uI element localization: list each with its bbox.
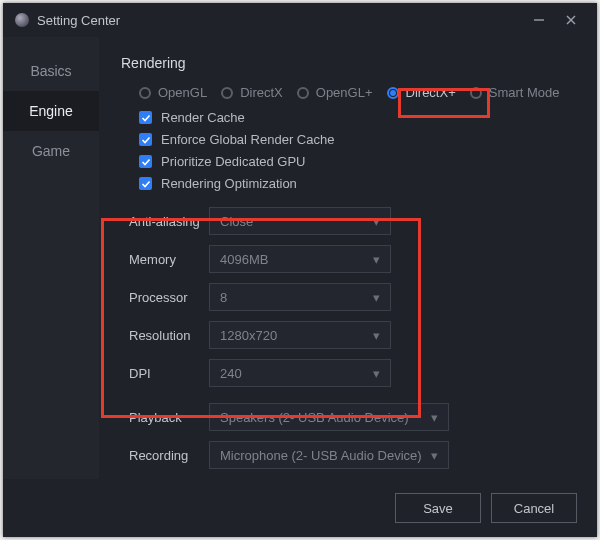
minimize-button[interactable] [523,8,555,32]
checkbox-enforce-global-render-cache[interactable]: Enforce Global Render Cache [139,132,575,147]
save-button[interactable]: Save [395,493,481,523]
settings-window: Setting Center Basics Engine Game Render… [3,3,597,537]
label-processor: Processor [129,290,209,305]
sidebar-item-label: Basics [30,63,71,79]
chevron-down-icon: ▾ [373,290,380,305]
checkbox-icon [139,155,152,168]
dropdown-anti-aliasing[interactable]: Close ▾ [209,207,391,235]
radio-opengl-plus[interactable]: OpenGL+ [297,85,387,100]
radio-label: OpenGL [158,85,207,100]
radio-icon [470,87,482,99]
radio-label: DirectX [240,85,283,100]
radio-label: DirectX+ [406,85,456,100]
dropdown-value: 4096MB [220,252,268,267]
radio-label: Smart Mode [489,85,560,100]
chevron-down-icon: ▾ [431,410,438,425]
radio-icon [221,87,233,99]
dropdown-value: Speakers (2- USB Audio Device) [220,410,409,425]
cancel-button[interactable]: Cancel [491,493,577,523]
button-label: Cancel [514,501,554,516]
dropdown-value: Microphone (2- USB Audio Device) [220,448,422,463]
radio-icon [139,87,151,99]
checkbox-label: Rendering Optimization [161,176,297,191]
sidebar-item-label: Game [32,143,70,159]
checkbox-label: Enforce Global Render Cache [161,132,334,147]
section-title-rendering: Rendering [121,55,575,71]
dropdown-memory[interactable]: 4096MB ▾ [209,245,391,273]
label-playback: Playback [129,410,209,425]
radio-label: OpenGL+ [316,85,373,100]
label-resolution: Resolution [129,328,209,343]
label-dpi: DPI [129,366,209,381]
sidebar: Basics Engine Game [3,37,99,479]
window-title: Setting Center [37,13,120,28]
radio-icon [297,87,309,99]
render-backend-radio-group: OpenGL DirectX OpenGL+ DirectX+ Smart Mo… [139,85,575,100]
close-button[interactable] [555,8,587,32]
main-panel: Rendering OpenGL DirectX OpenGL+ DirectX… [99,37,597,479]
dropdown-playback[interactable]: Speakers (2- USB Audio Device) ▾ [209,403,449,431]
sidebar-item-label: Engine [29,103,73,119]
checkbox-icon [139,133,152,146]
chevron-down-icon: ▾ [373,252,380,267]
radio-directx-plus[interactable]: DirectX+ [387,85,470,100]
titlebar: Setting Center [3,3,597,37]
chevron-down-icon: ▾ [373,214,380,229]
button-label: Save [423,501,453,516]
label-recording: Recording [129,448,209,463]
sidebar-item-engine[interactable]: Engine [3,91,99,131]
label-memory: Memory [129,252,209,267]
checkbox-icon [139,111,152,124]
dropdown-value: Close [220,214,253,229]
checkbox-prioritize-dedicated-gpu[interactable]: Prioritize Dedicated GPU [139,154,575,169]
radio-smart-mode[interactable]: Smart Mode [470,85,574,100]
dropdown-recording[interactable]: Microphone (2- USB Audio Device) ▾ [209,441,449,469]
dropdown-resolution[interactable]: 1280x720 ▾ [209,321,391,349]
footer: Save Cancel [3,479,597,537]
checkbox-icon [139,177,152,190]
dropdown-processor[interactable]: 8 ▾ [209,283,391,311]
chevron-down-icon: ▾ [431,448,438,463]
checkbox-label: Render Cache [161,110,245,125]
close-icon [565,14,577,26]
dropdown-value: 1280x720 [220,328,277,343]
chevron-down-icon: ▾ [373,328,380,343]
radio-icon [387,87,399,99]
radio-directx[interactable]: DirectX [221,85,297,100]
engine-settings-form: Anti-aliasing Close ▾ Memory 4096MB ▾ Pr… [129,207,575,469]
sidebar-item-game[interactable]: Game [3,131,99,171]
dropdown-value: 8 [220,290,227,305]
sidebar-item-basics[interactable]: Basics [3,51,99,91]
chevron-down-icon: ▾ [373,366,380,381]
radio-opengl[interactable]: OpenGL [139,85,221,100]
minimize-icon [533,14,545,26]
dropdown-dpi[interactable]: 240 ▾ [209,359,391,387]
checkbox-label: Prioritize Dedicated GPU [161,154,306,169]
checkbox-rendering-optimization[interactable]: Rendering Optimization [139,176,575,191]
dropdown-value: 240 [220,366,242,381]
label-anti-aliasing: Anti-aliasing [129,214,209,229]
app-logo-icon [15,13,29,27]
checkbox-render-cache[interactable]: Render Cache [139,110,575,125]
render-checkboxes: Render Cache Enforce Global Render Cache… [139,110,575,191]
